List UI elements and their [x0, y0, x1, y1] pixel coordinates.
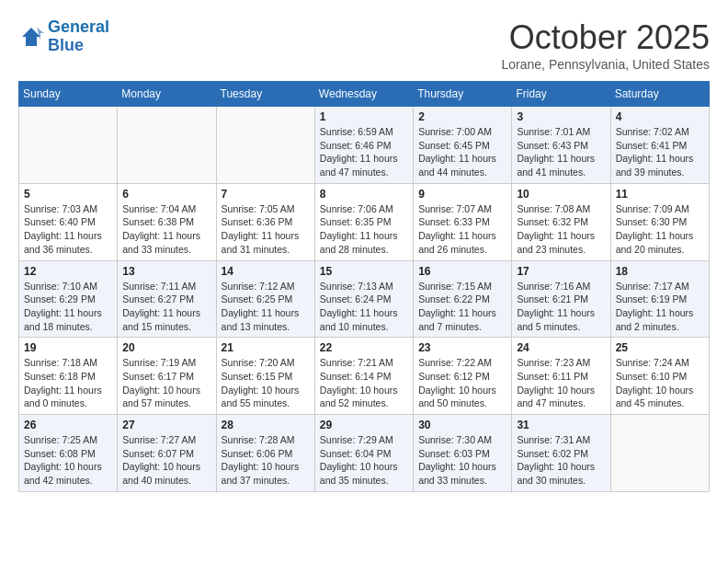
- day-info: Sunrise: 7:25 AM Sunset: 6:08 PM Dayligh…: [24, 433, 112, 488]
- day-info: Sunrise: 7:16 AM Sunset: 6:21 PM Dayligh…: [517, 280, 605, 334]
- day-info: Sunrise: 7:13 AM Sunset: 6:24 PM Dayligh…: [320, 280, 408, 334]
- calendar-cell: 12Sunrise: 7:10 AM Sunset: 6:29 PM Dayli…: [19, 260, 118, 338]
- day-info: Sunrise: 7:03 AM Sunset: 6:40 PM Dayligh…: [24, 202, 112, 257]
- day-info: Sunrise: 7:04 AM Sunset: 6:38 PM Dayligh…: [122, 202, 210, 257]
- page-header: General Blue October 2025 Lorane, Pennsy…: [18, 18, 710, 72]
- day-header-friday: Friday: [512, 82, 610, 107]
- day-number: 24: [517, 341, 605, 354]
- calendar-cell: 2Sunrise: 7:00 AM Sunset: 6:45 PM Daylig…: [414, 107, 512, 184]
- day-info: Sunrise: 7:01 AM Sunset: 6:43 PM Dayligh…: [517, 125, 605, 179]
- day-header-monday: Monday: [118, 82, 216, 107]
- day-info: Sunrise: 7:06 AM Sunset: 6:35 PM Dayligh…: [320, 202, 408, 257]
- day-info: Sunrise: 7:21 AM Sunset: 6:14 PM Dayligh…: [320, 356, 408, 410]
- day-info: Sunrise: 7:24 AM Sunset: 6:10 PM Dayligh…: [616, 356, 704, 410]
- calendar-cell: 11Sunrise: 7:09 AM Sunset: 6:30 PM Dayli…: [610, 183, 709, 260]
- location-subtitle: Lorane, Pennsylvania, United States: [502, 57, 710, 72]
- month-title: October 2025: [502, 18, 710, 57]
- calendar-cell: 31Sunrise: 7:31 AM Sunset: 6:02 PM Dayli…: [512, 415, 610, 492]
- day-info: Sunrise: 7:23 AM Sunset: 6:11 PM Dayligh…: [517, 356, 605, 410]
- svg-marker-2: [37, 28, 44, 40]
- calendar-cell: 5Sunrise: 7:03 AM Sunset: 6:40 PM Daylig…: [19, 183, 118, 260]
- day-number: 1: [320, 110, 408, 123]
- day-info: Sunrise: 7:28 AM Sunset: 6:06 PM Dayligh…: [222, 433, 310, 488]
- day-info: Sunrise: 7:17 AM Sunset: 6:19 PM Dayligh…: [616, 280, 704, 334]
- calendar-cell: [610, 415, 709, 492]
- day-number: 12: [24, 265, 112, 278]
- calendar-cell: [19, 107, 118, 184]
- day-info: Sunrise: 7:19 AM Sunset: 6:17 PM Dayligh…: [122, 356, 210, 410]
- day-info: Sunrise: 7:11 AM Sunset: 6:27 PM Dayligh…: [122, 280, 210, 334]
- day-number: 19: [24, 341, 112, 354]
- calendar-cell: 26Sunrise: 7:25 AM Sunset: 6:08 PM Dayli…: [19, 415, 118, 492]
- calendar-cell: [216, 107, 314, 184]
- calendar-week-2: 5Sunrise: 7:03 AM Sunset: 6:40 PM Daylig…: [19, 183, 710, 260]
- day-info: Sunrise: 7:18 AM Sunset: 6:18 PM Dayligh…: [24, 356, 112, 410]
- day-header-wednesday: Wednesday: [314, 82, 413, 107]
- day-info: Sunrise: 7:00 AM Sunset: 6:45 PM Dayligh…: [418, 125, 506, 179]
- day-number: 2: [418, 110, 506, 123]
- calendar-cell: 7Sunrise: 7:05 AM Sunset: 6:36 PM Daylig…: [216, 183, 314, 260]
- calendar-week-3: 12Sunrise: 7:10 AM Sunset: 6:29 PM Dayli…: [19, 260, 710, 338]
- day-number: 5: [24, 188, 112, 201]
- day-number: 4: [616, 110, 704, 123]
- day-info: Sunrise: 6:59 AM Sunset: 6:46 PM Dayligh…: [320, 125, 408, 179]
- day-number: 17: [517, 265, 605, 278]
- day-number: 23: [418, 341, 506, 354]
- day-number: 26: [24, 419, 112, 431]
- calendar-cell: 23Sunrise: 7:22 AM Sunset: 6:12 PM Dayli…: [414, 338, 512, 415]
- calendar-cell: 15Sunrise: 7:13 AM Sunset: 6:24 PM Dayli…: [314, 260, 413, 338]
- calendar-cell: 25Sunrise: 7:24 AM Sunset: 6:10 PM Dayli…: [610, 338, 709, 415]
- calendar-cell: 19Sunrise: 7:18 AM Sunset: 6:18 PM Dayli…: [19, 338, 118, 415]
- day-number: 18: [616, 265, 704, 278]
- day-number: 8: [320, 188, 408, 201]
- logo: General Blue: [18, 18, 109, 55]
- calendar-cell: 29Sunrise: 7:29 AM Sunset: 6:04 PM Dayli…: [314, 415, 413, 492]
- day-info: Sunrise: 7:02 AM Sunset: 6:41 PM Dayligh…: [616, 125, 704, 179]
- day-info: Sunrise: 7:30 AM Sunset: 6:03 PM Dayligh…: [418, 433, 506, 488]
- calendar-cell: 21Sunrise: 7:20 AM Sunset: 6:15 PM Dayli…: [216, 338, 314, 415]
- calendar-cell: 27Sunrise: 7:27 AM Sunset: 6:07 PM Dayli…: [118, 415, 216, 492]
- day-info: Sunrise: 7:31 AM Sunset: 6:02 PM Dayligh…: [517, 433, 605, 488]
- day-number: 30: [418, 419, 506, 431]
- calendar-week-1: 1Sunrise: 6:59 AM Sunset: 6:46 PM Daylig…: [19, 107, 710, 184]
- day-number: 27: [122, 419, 210, 431]
- day-number: 6: [122, 188, 210, 201]
- calendar-cell: 13Sunrise: 7:11 AM Sunset: 6:27 PM Dayli…: [118, 260, 216, 338]
- calendar-cell: 9Sunrise: 7:07 AM Sunset: 6:33 PM Daylig…: [414, 183, 512, 260]
- calendar-body: 1Sunrise: 6:59 AM Sunset: 6:46 PM Daylig…: [19, 107, 710, 492]
- calendar-cell: 4Sunrise: 7:02 AM Sunset: 6:41 PM Daylig…: [610, 107, 709, 184]
- day-number: 16: [418, 265, 506, 278]
- logo-text: General Blue: [48, 18, 109, 55]
- day-number: 21: [222, 341, 310, 354]
- calendar-cell: [118, 107, 216, 184]
- calendar-cell: 10Sunrise: 7:08 AM Sunset: 6:32 PM Dayli…: [512, 183, 610, 260]
- day-info: Sunrise: 7:22 AM Sunset: 6:12 PM Dayligh…: [418, 356, 506, 410]
- day-info: Sunrise: 7:10 AM Sunset: 6:29 PM Dayligh…: [24, 280, 112, 334]
- calendar-cell: 1Sunrise: 6:59 AM Sunset: 6:46 PM Daylig…: [314, 107, 413, 184]
- day-number: 11: [616, 188, 704, 201]
- calendar-week-4: 19Sunrise: 7:18 AM Sunset: 6:18 PM Dayli…: [19, 338, 710, 415]
- day-number: 31: [517, 419, 605, 431]
- day-info: Sunrise: 7:27 AM Sunset: 6:07 PM Dayligh…: [122, 433, 210, 488]
- header-row: SundayMondayTuesdayWednesdayThursdayFrid…: [19, 82, 710, 107]
- calendar-cell: 3Sunrise: 7:01 AM Sunset: 6:43 PM Daylig…: [512, 107, 610, 184]
- day-header-tuesday: Tuesday: [216, 82, 314, 107]
- calendar-cell: 20Sunrise: 7:19 AM Sunset: 6:17 PM Dayli…: [118, 338, 216, 415]
- logo-icon: [18, 24, 44, 50]
- day-number: 28: [222, 419, 310, 431]
- calendar-cell: 14Sunrise: 7:12 AM Sunset: 6:25 PM Dayli…: [216, 260, 314, 338]
- title-block: October 2025 Lorane, Pennsylvania, Unite…: [502, 18, 710, 72]
- day-info: Sunrise: 7:07 AM Sunset: 6:33 PM Dayligh…: [418, 202, 506, 257]
- calendar-cell: 8Sunrise: 7:06 AM Sunset: 6:35 PM Daylig…: [314, 183, 413, 260]
- day-info: Sunrise: 7:20 AM Sunset: 6:15 PM Dayligh…: [222, 356, 310, 410]
- day-info: Sunrise: 7:08 AM Sunset: 6:32 PM Dayligh…: [517, 202, 605, 257]
- calendar-cell: 22Sunrise: 7:21 AM Sunset: 6:14 PM Dayli…: [314, 338, 413, 415]
- day-number: 13: [122, 265, 210, 278]
- calendar-cell: 24Sunrise: 7:23 AM Sunset: 6:11 PM Dayli…: [512, 338, 610, 415]
- calendar-cell: 6Sunrise: 7:04 AM Sunset: 6:38 PM Daylig…: [118, 183, 216, 260]
- day-info: Sunrise: 7:15 AM Sunset: 6:22 PM Dayligh…: [418, 280, 506, 334]
- day-number: 25: [616, 341, 704, 354]
- calendar-cell: 17Sunrise: 7:16 AM Sunset: 6:21 PM Dayli…: [512, 260, 610, 338]
- day-number: 3: [517, 110, 605, 123]
- calendar-cell: 18Sunrise: 7:17 AM Sunset: 6:19 PM Dayli…: [610, 260, 709, 338]
